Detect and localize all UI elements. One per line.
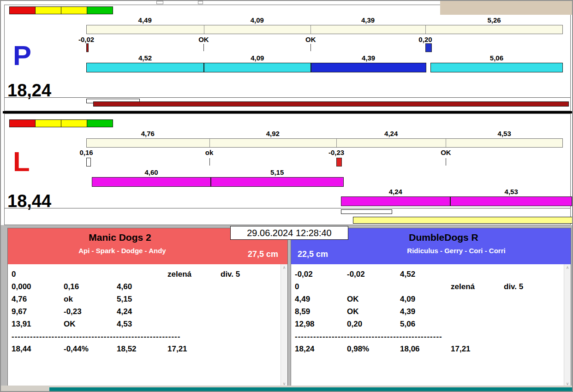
table-cell: div. 5 [504,282,560,291]
taskbar-bar[interactable] [49,387,572,391]
table-cell: 8,59 [295,307,347,316]
table-cell: 0 [295,282,347,291]
scrollbar[interactable]: ∧ ∨ [564,264,571,387]
run-split-label: 4,60 [92,168,210,176]
team-dogs: Api - Spark - Dodge - Andy [8,247,287,255]
table-row: 18,240,98%18,0617,21 [295,343,560,355]
result-bar [93,101,569,107]
run-bars: 4,524,094,395,06 [86,5,563,111]
team-panel-right: DumbleDogs R Ridiculus - Gerry - Cori - … [291,228,571,386]
jump-height: 27,5 cm [248,249,278,259]
table-cell: 5,06 [400,320,451,329]
timestamp: 29.06.2024 12:28:40 [230,226,348,240]
table-cell: 18,44 [12,344,64,354]
table-row: 9,67-0,234,24 [12,305,276,318]
run-split-label: 4,09 [204,54,310,62]
jump-height: 22,5 cm [298,249,328,259]
table-cell: 18,06 [400,344,451,354]
table-cell: 18,24 [295,344,347,354]
run-segment [430,63,563,72]
table-cell: 0 [12,270,64,279]
run-segment [311,63,426,72]
scrollbar[interactable]: ∧ ∨ [281,264,287,387]
table-cell: 18,52 [117,344,167,354]
table-cell: OK [64,320,117,329]
run-split-label: 5,15 [211,168,344,176]
table-cell: -0,44% [64,344,117,354]
run-bar [86,196,563,206]
run-segment [86,63,204,72]
table-row: 13,91OK4,53 [12,318,276,330]
run-split-labels: 4,605,15 [86,168,563,176]
result-strip [5,97,570,111]
result-bar [341,209,393,214]
run-split-labels: 4,524,094,395,06 [86,54,563,62]
legend-box [35,6,61,14]
run-split-label: 4,53 [450,188,572,196]
table-row: 4,49OK4,09 [295,293,560,305]
table-cell: 4,39 [400,307,451,316]
taskbar [1,386,572,391]
table-row: ----------------------------------------… [295,330,560,343]
table-cell: 0,16 [64,282,117,291]
lane-total-time-p: 18,24 [7,82,51,99]
table-cell: div. 5 [221,270,276,279]
legend-box [9,6,36,14]
result-bars [86,98,563,111]
table-cell: -0,02 [347,270,400,279]
table-row: -0,02-0,024,52 [295,268,560,280]
legend-box [35,119,61,127]
run-bar [86,63,563,72]
table-cell: 17,21 [167,344,221,354]
lane-letter-p: P [13,42,31,70]
table-cell: zelená [451,282,504,291]
legend-box [61,6,87,14]
table-cell: 4,60 [117,282,167,291]
team-results: 0zelenádiv. 50,0000,164,604,76ok5,159,67… [8,264,287,387]
table-cell: 4,49 [295,295,347,304]
run-split-labels: 4,244,53 [86,188,563,196]
run-segment [92,177,210,187]
table-cell: zelená [167,270,221,279]
table-cell: OK [347,307,400,316]
scroll-up-icon[interactable]: ∧ [564,265,571,270]
table-cell: 9,67 [12,307,64,316]
table-cell: 12,98 [295,320,347,329]
window-fragment [198,1,203,4]
table-cell: 4,52 [400,270,451,279]
table-row: 4,76ok5,15 [12,293,276,305]
run-segment [211,177,344,187]
table-cell: 4,24 [117,307,167,316]
lane-panel-p: P 18,24 4,494,094,395,26 -0,02OKOK0,20 4… [4,5,571,111]
table-cell: 0,98% [347,344,400,354]
table-cell: 0,20 [347,320,400,329]
table-cell: 5,15 [117,295,167,304]
table-cell: ok [64,295,117,304]
run-segment [450,196,572,206]
result-strip [5,208,570,225]
table-row: 0zelenádiv. 5 [12,268,276,280]
table-row: 0zelenádiv. 5 [295,280,560,293]
run-segment [341,196,450,206]
team-results: -0,02-0,024,520zelenádiv. 54,49OK4,098,5… [291,264,571,387]
legend-box [9,119,36,127]
results-rows: 0zelenádiv. 50,0000,164,604,76ok5,159,67… [8,264,287,355]
results-rows: -0,02-0,024,520zelenádiv. 54,49OK4,098,5… [291,264,571,355]
table-cell: 4,09 [400,295,451,304]
result-bars [86,208,563,225]
app-window: P 18,24 4,494,094,395,26 -0,02OKOK0,20 4… [0,0,573,392]
table-row: 8,59OK4,39 [295,305,560,318]
run-split-label: 4,24 [341,188,450,196]
team-panel-left: Manic Dogs 2 Api - Spark - Dodge - Andy … [7,228,288,386]
table-cell: 13,91 [12,320,64,329]
scroll-up-icon[interactable]: ∧ [281,265,287,270]
table-row: ----------------------------------------… [12,330,276,343]
run-split-label: 5,06 [430,54,563,62]
run-split-label: 4,39 [311,54,426,62]
run-bar [86,177,563,187]
lane-letter-l: L [13,148,30,176]
legend-box [61,119,87,127]
team-dogs: Ridiculus - Gerry - Cori - Corri [291,247,571,255]
results-area: Manic Dogs 2 Api - Spark - Dodge - Andy … [1,225,573,387]
table-row: 12,980,205,06 [295,318,560,330]
